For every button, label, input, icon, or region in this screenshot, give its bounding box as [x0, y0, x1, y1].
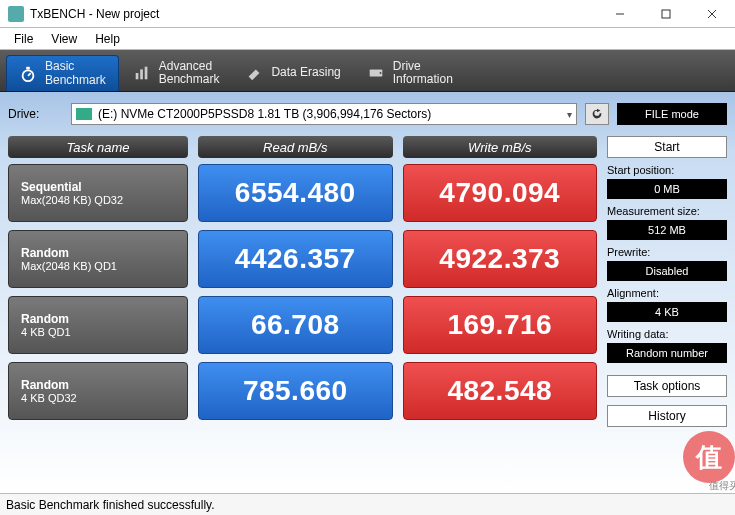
header-task: Task name — [8, 136, 188, 158]
table-row: Sequential Max(2048 KB) QD32 6554.480 47… — [8, 164, 597, 222]
svg-point-4 — [23, 70, 34, 81]
svg-marker-10 — [249, 69, 260, 80]
start-position-label: Start position: — [607, 164, 727, 176]
header-write: Write mB/s — [403, 136, 598, 158]
task-line2: 4 KB QD1 — [21, 326, 175, 338]
task-cell[interactable]: Random Max(2048 KB) QD1 — [8, 230, 188, 288]
header-row: Task name Read mB/s Write mB/s — [8, 136, 597, 158]
task-line1: Sequential — [21, 180, 175, 194]
tab-drive-information[interactable]: Drive Information — [355, 55, 465, 91]
writing-data-value[interactable]: Random number — [607, 343, 727, 363]
svg-point-12 — [379, 72, 381, 74]
maximize-button[interactable] — [643, 0, 689, 28]
refresh-icon — [590, 107, 604, 121]
refresh-button[interactable] — [585, 103, 609, 125]
write-value[interactable]: 4922.373 — [403, 230, 598, 288]
minimize-button[interactable] — [597, 0, 643, 28]
benchmark-table: Task name Read mB/s Write mB/s Sequentia… — [8, 136, 597, 493]
tab-label: Basic Benchmark — [45, 60, 106, 86]
writing-data-label: Writing data: — [607, 328, 727, 340]
svg-rect-1 — [662, 10, 670, 18]
task-line2: Max(2048 KB) QD32 — [21, 194, 175, 206]
tab-data-erasing[interactable]: Data Erasing — [233, 55, 352, 91]
table-row: Random 4 KB QD32 785.660 482.548 — [8, 362, 597, 420]
header-read: Read mB/s — [198, 136, 393, 158]
drive-icon — [367, 64, 385, 82]
body-area: Drive: (E:) NVMe CT2000P5PSSD8 1.81 TB (… — [0, 92, 735, 493]
svg-rect-5 — [26, 66, 30, 69]
task-line1: Random — [21, 378, 175, 392]
tab-advanced-benchmark[interactable]: Advanced Benchmark — [121, 55, 232, 91]
tab-label: Data Erasing — [271, 66, 340, 79]
svg-rect-7 — [135, 73, 138, 79]
side-panel: Start Start position: 0 MB Measurement s… — [607, 136, 727, 493]
read-value[interactable]: 66.708 — [198, 296, 393, 354]
task-line2: 4 KB QD32 — [21, 392, 175, 404]
read-value[interactable]: 785.660 — [198, 362, 393, 420]
start-position-value[interactable]: 0 MB — [607, 179, 727, 199]
file-mode-button[interactable]: FILE mode — [617, 103, 727, 125]
read-value[interactable]: 4426.357 — [198, 230, 393, 288]
svg-rect-9 — [144, 67, 147, 80]
alignment-value[interactable]: 4 KB — [607, 302, 727, 322]
status-text: Basic Benchmark finished successfully. — [6, 498, 215, 512]
read-value[interactable]: 6554.480 — [198, 164, 393, 222]
svg-rect-8 — [140, 69, 143, 79]
status-bar: Basic Benchmark finished successfully. — [0, 493, 735, 515]
task-line1: Random — [21, 312, 175, 326]
measurement-size-value[interactable]: 512 MB — [607, 220, 727, 240]
write-value[interactable]: 4790.094 — [403, 164, 598, 222]
tab-label: Advanced Benchmark — [159, 60, 220, 86]
alignment-label: Alignment: — [607, 287, 727, 299]
write-value[interactable]: 169.716 — [403, 296, 598, 354]
write-value[interactable]: 482.548 — [403, 362, 598, 420]
menu-view[interactable]: View — [43, 30, 85, 48]
drive-selected-text: (E:) NVMe CT2000P5PSSD8 1.81 TB (3,906,9… — [98, 107, 561, 121]
drive-row: Drive: (E:) NVMe CT2000P5PSSD8 1.81 TB (… — [8, 100, 727, 128]
task-options-button[interactable]: Task options — [607, 375, 727, 397]
window-title: TxBENCH - New project — [30, 7, 597, 21]
menu-help[interactable]: Help — [87, 30, 128, 48]
tab-strip: Basic Benchmark Advanced Benchmark Data … — [0, 50, 735, 92]
prewrite-value[interactable]: Disabled — [607, 261, 727, 281]
bar-chart-icon — [133, 64, 151, 82]
table-row: Random Max(2048 KB) QD1 4426.357 4922.37… — [8, 230, 597, 288]
table-row: Random 4 KB QD1 66.708 169.716 — [8, 296, 597, 354]
title-bar: TxBENCH - New project — [0, 0, 735, 28]
task-cell[interactable]: Random 4 KB QD1 — [8, 296, 188, 354]
history-button[interactable]: History — [607, 405, 727, 427]
chevron-down-icon: ▾ — [567, 109, 572, 120]
task-cell[interactable]: Random 4 KB QD32 — [8, 362, 188, 420]
menu-bar: File View Help — [0, 28, 735, 50]
app-icon — [8, 6, 24, 22]
measurement-size-label: Measurement size: — [607, 205, 727, 217]
task-line1: Random — [21, 246, 175, 260]
svg-line-6 — [28, 73, 31, 76]
start-button[interactable]: Start — [607, 136, 727, 158]
task-cell[interactable]: Sequential Max(2048 KB) QD32 — [8, 164, 188, 222]
content-row: Task name Read mB/s Write mB/s Sequentia… — [8, 136, 727, 493]
close-button[interactable] — [689, 0, 735, 28]
stopwatch-icon — [19, 65, 37, 83]
eraser-icon — [245, 64, 263, 82]
drive-small-icon — [76, 108, 92, 120]
task-line2: Max(2048 KB) QD1 — [21, 260, 175, 272]
tab-label: Drive Information — [393, 60, 453, 86]
prewrite-label: Prewrite: — [607, 246, 727, 258]
drive-dropdown[interactable]: (E:) NVMe CT2000P5PSSD8 1.81 TB (3,906,9… — [71, 103, 577, 125]
drive-label: Drive: — [8, 107, 63, 121]
menu-file[interactable]: File — [6, 30, 41, 48]
tab-basic-benchmark[interactable]: Basic Benchmark — [6, 55, 119, 91]
